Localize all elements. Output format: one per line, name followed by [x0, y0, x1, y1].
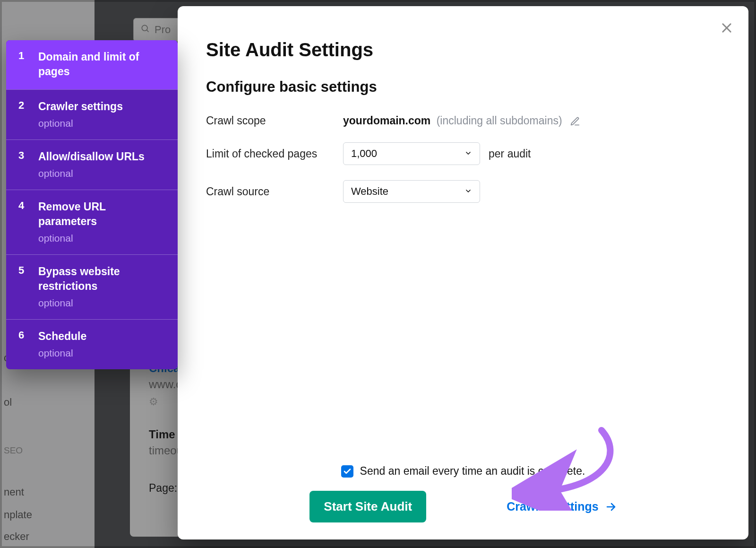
step-number: 4	[18, 200, 27, 244]
step-3-urls[interactable]: 3 Allow/disallow URLs optional	[6, 139, 178, 190]
step-2-crawler[interactable]: 2 Crawler settings optional	[6, 89, 178, 139]
label-crawl-scope: Crawl scope	[206, 114, 343, 127]
scope-domain: yourdomain.com	[343, 114, 430, 127]
select-limit-value: 1,000	[351, 148, 377, 160]
step-4-parameters[interactable]: 4 Remove URL parameters optional	[6, 190, 178, 254]
step-title: Crawler settings	[38, 99, 166, 114]
step-tag: optional	[38, 118, 166, 129]
step-title: Schedule	[38, 329, 166, 344]
email-checkbox[interactable]	[341, 465, 353, 478]
step-5-bypass[interactable]: 5 Bypass website restrictions optional	[6, 254, 178, 319]
step-tag: optional	[38, 297, 166, 309]
step-1-domain[interactable]: 1 Domain and limit of pages	[6, 40, 178, 89]
scope-note: (including all subdomains)	[437, 114, 562, 127]
start-site-audit-label: Start Site Audit	[324, 499, 412, 514]
step-title: Domain and limit of pages	[38, 50, 166, 79]
wizard-stepper: 1 Domain and limit of pages 2 Crawler se…	[6, 40, 178, 369]
step-title: Remove URL parameters	[38, 200, 166, 229]
step-number: 5	[18, 264, 27, 309]
step-tag: optional	[38, 168, 166, 179]
step-number: 6	[18, 329, 27, 359]
step-tag: optional	[38, 233, 166, 244]
modal-title: Site Audit Settings	[206, 39, 720, 61]
step-number: 1	[18, 50, 27, 79]
modal-footer: Send an email every time an audit is com…	[178, 465, 748, 522]
modal-subtitle: Configure basic settings	[206, 78, 720, 96]
chevron-down-icon	[464, 185, 472, 198]
step-number: 2	[18, 99, 27, 129]
select-source-value: Website	[351, 185, 388, 198]
chevron-down-icon	[464, 148, 472, 160]
step-title: Bypass website restrictions	[38, 264, 166, 294]
per-audit-text: per audit	[489, 148, 531, 160]
label-limit: Limit of checked pages	[206, 148, 343, 160]
crawler-settings-link[interactable]: Crawler settings	[507, 500, 617, 513]
label-source: Crawl source	[206, 185, 343, 198]
start-site-audit-button[interactable]: Start Site Audit	[309, 491, 426, 522]
crawler-settings-label: Crawler settings	[507, 500, 599, 513]
settings-form: Crawl scope yourdomain.com (including al…	[206, 114, 720, 203]
email-row: Send an email every time an audit is com…	[206, 465, 720, 478]
site-audit-settings-modal: Site Audit Settings Configure basic sett…	[178, 6, 748, 539]
row-limit: Limit of checked pages 1,000 per audit	[206, 142, 720, 165]
select-source[interactable]: Website	[343, 180, 480, 203]
row-crawl-scope: Crawl scope yourdomain.com (including al…	[206, 114, 720, 127]
crawl-scope-value: yourdomain.com (including all subdomains…	[343, 114, 580, 127]
step-title: Allow/disallow URLs	[38, 149, 166, 164]
step-number: 3	[18, 149, 27, 179]
row-source: Crawl source Website	[206, 180, 720, 203]
select-limit[interactable]: 1,000	[343, 142, 480, 165]
email-label: Send an email every time an audit is com…	[360, 465, 585, 478]
step-tag: optional	[38, 348, 166, 359]
edit-icon[interactable]	[570, 116, 580, 127]
step-6-schedule[interactable]: 6 Schedule optional	[6, 319, 178, 369]
